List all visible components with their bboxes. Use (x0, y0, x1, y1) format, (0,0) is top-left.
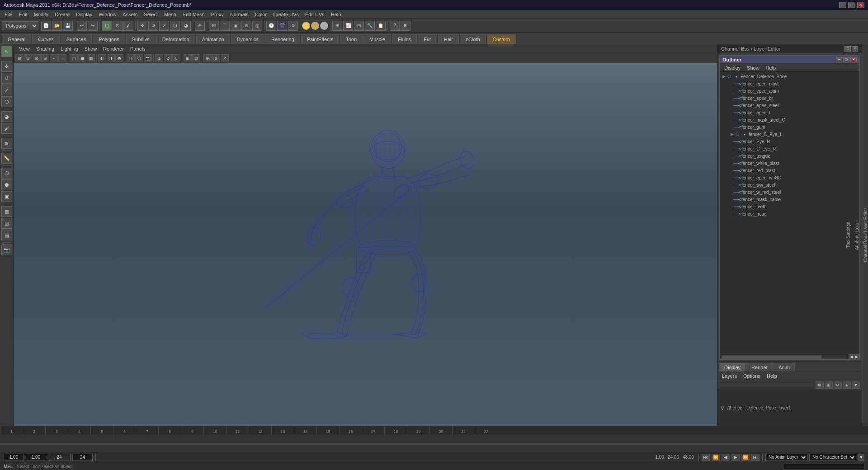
layer-delete-btn[interactable]: ⊗ (834, 381, 842, 389)
polygon2-lt[interactable]: ⬢ (1, 179, 12, 190)
skip-end-btn[interactable]: ⏭ (751, 454, 760, 461)
outliner-item-3[interactable]: ──ofencer_epee_br (720, 94, 859, 102)
vt-front[interactable]: ⊠ (33, 54, 41, 62)
display-color-btn[interactable] (302, 22, 310, 30)
outliner-item-9[interactable]: ──ofencer_Eye_R (720, 138, 859, 145)
outliner-maximize-btn[interactable]: □ (843, 57, 849, 62)
tab-surfaces[interactable]: Surfaces (61, 34, 92, 44)
select-tool-btn[interactable]: ▢ (102, 21, 112, 31)
current-frame-input[interactable] (4, 454, 24, 461)
tab-toon[interactable]: Toon (340, 34, 363, 44)
display2-lt[interactable]: ▨ (1, 230, 12, 240)
command-input[interactable] (783, 464, 864, 470)
menu-item-select[interactable]: Select (141, 11, 160, 18)
skip-start-btn[interactable]: ⏮ (702, 454, 710, 461)
snap-grid-btn[interactable]: ⊞ (209, 21, 219, 31)
vt-origin[interactable]: ⊕ (203, 54, 212, 62)
menu-item-assets[interactable]: Assets (120, 11, 140, 18)
render-btn[interactable]: 🎬 (277, 21, 287, 31)
outliner-item-19[interactable]: ──ofencer_head (720, 210, 859, 217)
layer-move-down-btn[interactable]: ▼ (852, 381, 860, 389)
hud-btn[interactable]: ⊞ (401, 21, 410, 31)
paint-tool-btn[interactable]: 🖌 (123, 21, 133, 31)
layer-move-up-btn[interactable]: ▲ (843, 381, 851, 389)
tab-hair[interactable]: Hair (438, 34, 459, 44)
redo-btn[interactable]: ↪ (88, 21, 98, 31)
snap-curve-btn[interactable]: ⌒ (220, 21, 230, 31)
show-manip-btn[interactable]: ⊕ (195, 21, 205, 31)
history-btn[interactable]: 🕓 (266, 21, 276, 31)
polygon3-lt[interactable]: ▣ (1, 191, 12, 202)
close-btn[interactable]: ✕ (857, 2, 864, 8)
vt-light1[interactable]: ◐ (98, 54, 106, 62)
channel-box-options-btn[interactable]: ⚙ (844, 46, 851, 52)
char-set-select[interactable]: No Character Set (809, 454, 856, 461)
outliner-close-btn[interactable]: ✕ (850, 57, 857, 62)
vt-textured[interactable]: ▦ (87, 54, 95, 62)
vt-select[interactable]: ↗ (221, 54, 229, 62)
tab-painteffects[interactable]: PaintEffects (301, 34, 340, 44)
outliner-menu-display[interactable]: Display (722, 65, 743, 71)
sculpt-lt[interactable]: 🖌 (1, 123, 12, 134)
move-tool-btn[interactable]: ✛ (137, 21, 147, 31)
universal-lt[interactable]: ⬡ (1, 96, 12, 107)
range-bar[interactable]: 24 (48, 454, 71, 461)
attr-editor-btn[interactable]: ⊟ (354, 21, 364, 31)
display1-lt[interactable]: ▧ (1, 218, 12, 229)
channel-box-strip-label[interactable]: Channel Box / Layer Editor (863, 206, 868, 264)
vt-bookmark[interactable]: ⊗ (212, 54, 220, 62)
outliner-item-13[interactable]: ──ofencer_red_plast (720, 167, 859, 174)
vt-wireframe[interactable]: ◻ (70, 54, 78, 62)
move-tool-lt[interactable]: ✛ (1, 61, 12, 72)
tab-animation[interactable]: Animation (196, 34, 230, 44)
menu-item-display[interactable]: Display (73, 11, 95, 18)
vt-iso[interactable]: ⬡ (135, 54, 143, 62)
outliner-item-4[interactable]: ──ofencer_epee_steel (720, 102, 859, 109)
menu-item-help[interactable]: Help (328, 11, 344, 18)
render-options-btn[interactable]: ⚙ (288, 21, 298, 31)
scale-tool-btn[interactable]: ⤢ (159, 21, 169, 31)
tab-general[interactable]: General (2, 34, 31, 44)
menu-item-edit-uvs[interactable]: Edit UVs (302, 11, 327, 18)
region-lt[interactable]: ▦ (1, 206, 12, 217)
outliner-item-0[interactable]: ▶⬡●Fencer_Defence_Pose (720, 73, 859, 80)
outliner-item-10[interactable]: ──ofencer_C_Eye_R (720, 145, 859, 152)
snap-surface-btn[interactable]: ◎ (252, 21, 262, 31)
soft-mod-btn[interactable]: ◕ (181, 21, 191, 31)
tool-settings-strip-label[interactable]: Tool Settings (846, 220, 851, 249)
vt-panel[interactable]: ▪ (50, 54, 58, 62)
layer-visibility[interactable]: V (719, 405, 726, 411)
display-color-btn2[interactable] (311, 22, 319, 30)
outliner-menu-help[interactable]: Help (763, 65, 779, 71)
rotate-tool-btn[interactable]: ↺ (148, 21, 158, 31)
layer-options-btn[interactable]: ⊞ (825, 381, 833, 389)
menu-item-window[interactable]: Window (96, 11, 119, 18)
menu-item-create-uvs[interactable]: Create UVs (270, 11, 302, 18)
cam-lt[interactable]: 📷 (1, 244, 12, 255)
lasso-tool-btn[interactable]: ⊡ (113, 21, 123, 31)
lighting-menu[interactable]: Lighting (58, 45, 81, 52)
soft-select-lt[interactable]: ◕ (1, 111, 12, 122)
outliner-scroll-left[interactable]: ◀ (849, 354, 854, 360)
tool-settings-btn[interactable]: 🔧 (365, 21, 375, 31)
tab-curves[interactable]: Curves (32, 34, 60, 44)
save-scene-btn[interactable]: 💾 (63, 21, 73, 31)
graph-editor-btn[interactable]: 📈 (343, 21, 353, 31)
play-btn[interactable]: ▶ (731, 454, 740, 461)
outliner-item-15[interactable]: ──ofencer_ww_steel (720, 181, 859, 188)
outliner-menu-show[interactable]: Show (744, 65, 762, 71)
vt-smooth[interactable]: ◼ (78, 54, 86, 62)
playback-start-input[interactable] (26, 454, 46, 461)
anim-layer-select[interactable]: No Anim Layer (765, 454, 807, 461)
tab-fur[interactable]: Fur (418, 34, 437, 44)
tab-subdivs[interactable]: Subdivs (126, 34, 156, 44)
outliner-item-12[interactable]: ──ofencer_white_plast (720, 160, 859, 167)
new-scene-btn[interactable]: 📄 (41, 21, 51, 31)
viewport-canvas[interactable] (14, 63, 717, 426)
next-frame-btn[interactable]: ⏩ (741, 454, 750, 461)
vt-panel2[interactable]: ▫ (58, 54, 66, 62)
view-menu[interactable]: View (16, 45, 33, 52)
polygon-lt[interactable]: ⬡ (1, 168, 12, 179)
help-line-btn[interactable]: ? (390, 21, 400, 31)
measure-lt[interactable]: 📏 (1, 153, 12, 164)
